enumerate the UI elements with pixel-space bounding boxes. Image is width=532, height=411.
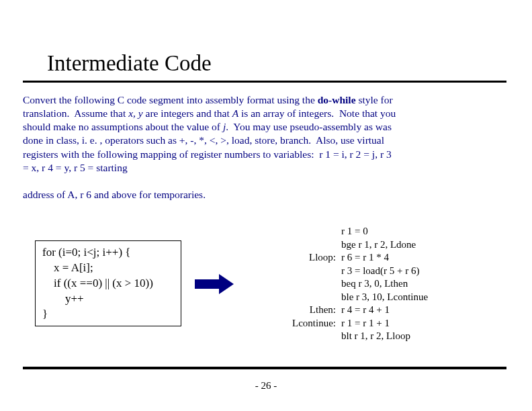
asm-row: r 1 = 0 (287, 225, 428, 238)
asm-row: Lcontinue:r 1 = r 1 + 1 (287, 317, 428, 330)
asm-instruction: beq r 3, 0, Lthen (341, 277, 408, 291)
asm-label (287, 330, 341, 343)
asm-label: Lcontinue: (287, 317, 341, 330)
asm-row: blt r 1, r 2, Lloop (287, 330, 428, 343)
asm-label (287, 238, 341, 252)
asm-instruction: r 1 = r 1 + 1 (341, 317, 390, 330)
asm-row: beq r 3, 0, Lthen (287, 277, 428, 291)
problem-statement: Convert the following C code segment int… (23, 93, 399, 201)
arrow-head (219, 274, 234, 294)
asm-label: Lloop: (287, 251, 341, 265)
asm-row: bge r 1, r 2, Ldone (287, 238, 428, 252)
asm-row: Lloop:r 6 = r 1 * 4 (287, 251, 428, 265)
c-code-box: for (i=0; i<j; i++) { x = A[i]; if ((x =… (35, 240, 181, 326)
asm-instruction: blt r 1, r 2, Lloop (341, 330, 410, 343)
asm-label (287, 265, 341, 278)
asm-row: r 3 = load(r 5 + r 6) (287, 265, 428, 278)
asm-label (287, 277, 341, 291)
asm-instruction: ble r 3, 10, Lcontinue (341, 291, 428, 304)
asm-instruction: r 4 = r 4 + 1 (341, 304, 390, 317)
asm-label: Lthen: (287, 304, 341, 317)
slide-title: Intermediate Code (47, 51, 212, 76)
slide: Intermediate Code Convert the following … (0, 0, 532, 411)
asm-instruction: r 1 = 0 (341, 225, 368, 238)
title-underline (23, 81, 506, 83)
asm-label (287, 291, 341, 304)
asm-row: ble r 3, 10, Lcontinue (287, 291, 428, 304)
asm-instruction: bge r 1, r 2, Ldone (341, 238, 416, 252)
arrow-shaft (195, 279, 219, 289)
asm-label (287, 225, 341, 238)
page-number: - 26 - (0, 380, 532, 392)
bottom-rule (23, 367, 506, 369)
asm-instruction: r 3 = load(r 5 + r 6) (341, 265, 419, 278)
arrow-icon (195, 274, 235, 294)
assembly-listing: r 1 = 0bge r 1, r 2, LdoneLloop:r 6 = r … (287, 225, 428, 343)
asm-row: Lthen:r 4 = r 4 + 1 (287, 304, 428, 317)
asm-instruction: r 6 = r 1 * 4 (341, 251, 389, 265)
